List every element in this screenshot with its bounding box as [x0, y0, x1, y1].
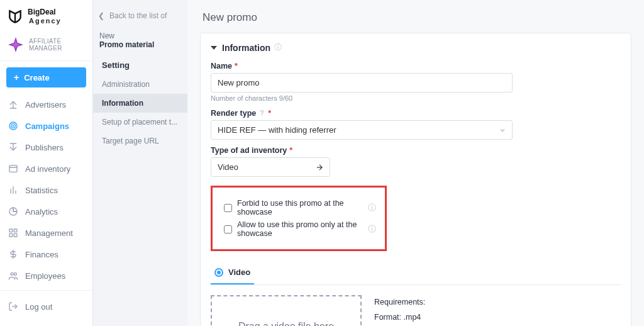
sidebar-item-management[interactable]: Management	[0, 222, 92, 244]
logout-link[interactable]: Log out	[0, 295, 92, 318]
dollar-icon	[8, 249, 19, 260]
chevron-left-icon: ❮	[98, 11, 104, 20]
plus-icon: +	[14, 72, 19, 82]
back-link[interactable]: ❮ Back to the list of	[93, 5, 187, 31]
svg-rect-13	[14, 229, 17, 232]
ad-inventory-select[interactable]: Video	[211, 157, 330, 177]
svg-marker-1	[11, 40, 20, 49]
info-icon: ⓘ	[368, 203, 376, 213]
sidebar-item-advertisers[interactable]: Advertisers	[0, 94, 92, 115]
forbid-checkbox[interactable]	[224, 204, 232, 212]
context-new-label: New	[93, 31, 187, 40]
help-icon: ？	[258, 108, 265, 118]
name-input[interactable]	[211, 73, 513, 93]
info-icon: ⓘ	[368, 224, 376, 235]
arrow-right-icon	[315, 163, 324, 172]
sidebar-item-label: Advertisers	[25, 100, 66, 110]
sidebar-item-label: Publishers	[25, 143, 64, 152]
grid-icon	[8, 227, 19, 239]
field-name: Name * Number of characters 9/60	[211, 62, 621, 102]
bars-icon	[8, 184, 19, 196]
info-icon: ⓘ	[274, 42, 282, 53]
allow-checkbox[interactable]	[224, 225, 232, 233]
primary-sidebar: BigDeal Agency AFFILIATE MANAGER + Creat…	[0, 0, 93, 326]
dropzone-label: Drag a video file here	[238, 321, 334, 326]
users-icon	[8, 270, 19, 281]
allow-checkbox-row[interactable]: Allow to use this promo only at the show…	[221, 220, 376, 238]
svg-rect-14	[14, 233, 17, 237]
create-button-label: Create	[24, 73, 49, 82]
render-type-select[interactable]: HIDE REF — with hiding referrer	[211, 120, 513, 140]
sidebar-item-analytics[interactable]: Analytics	[0, 201, 92, 222]
setting-item-information[interactable]: Information	[93, 94, 187, 113]
back-label: Back to the list of	[109, 11, 167, 20]
forbid-label: Forbid to use this promo at the showcase	[237, 199, 364, 216]
sidebar-item-statistics[interactable]: Statistics	[0, 179, 92, 201]
svg-point-5	[13, 125, 13, 126]
sidebar-item-label: Management	[25, 228, 73, 238]
brand-line1: BigDeal	[28, 8, 56, 16]
requirements-list: Requirements: Format: .mp4 Size: exact 6…	[374, 295, 481, 326]
role-label: AFFILIATE MANAGER	[29, 38, 86, 52]
video-dropzone[interactable]: Drag a video file here	[211, 295, 362, 326]
form-panel: Information ⓘ Name * Number of character…	[200, 33, 631, 326]
render-type-label: Render type	[211, 109, 256, 118]
field-ad-inventory: Type of ad inventory * Video	[211, 146, 621, 177]
sidebar-item-finances[interactable]: Finances	[0, 244, 92, 265]
target-icon	[8, 120, 19, 132]
sidebar-item-ad-inventory[interactable]: Ad inventory	[0, 158, 92, 179]
context-record-name: Promo material	[93, 40, 187, 49]
tab-video-label: Video	[228, 267, 250, 277]
media-row: Drag a video file here Requirements: For…	[211, 295, 621, 326]
requirements-format: Format: .mp4	[374, 310, 481, 325]
brand-logo-icon	[6, 8, 24, 25]
radio-icon	[214, 268, 223, 277]
name-hint: Number of characters 9/60	[211, 94, 621, 102]
brand-name: BigDeal Agency	[28, 8, 62, 24]
brand-line2: Agency	[29, 17, 62, 25]
setting-item-target-page-url[interactable]: Target page URL	[93, 132, 187, 150]
nav-divider	[0, 290, 92, 291]
ad-inventory-value: Video	[218, 162, 238, 172]
ad-inventory-label: Type of ad inventory	[211, 146, 287, 155]
svg-point-18	[14, 273, 16, 275]
showcase-options-highlight: Forbid to use this promo at the showcase…	[211, 186, 387, 251]
logout-label: Log out	[25, 302, 52, 312]
collapse-caret-icon	[211, 46, 217, 50]
section-header-information[interactable]: Information ⓘ	[211, 37, 621, 55]
svg-point-17	[11, 273, 13, 275]
settings-heading: Setting	[93, 53, 187, 75]
setting-item-setup-of-placement-t-[interactable]: Setup of placement t...	[93, 113, 187, 132]
sidebar-item-label: Campaigns	[25, 121, 69, 131]
allow-label: Allow to use this promo only at the show…	[237, 220, 364, 238]
render-type-value: HIDE REF — with hiding referrer	[218, 125, 336, 135]
window-icon	[8, 163, 19, 174]
page-title: New promo	[203, 11, 631, 24]
logout-icon	[8, 301, 19, 312]
requirements-title: Requirements:	[374, 295, 481, 310]
svg-rect-7	[9, 166, 17, 172]
sidebar-item-label: Finances	[25, 250, 58, 259]
sidebar-item-label: Employees	[25, 271, 65, 281]
sidebar-item-publishers[interactable]: Publishers	[0, 137, 92, 158]
create-button[interactable]: + Create	[6, 67, 86, 87]
secondary-sidebar: ❮ Back to the list of New Promo material…	[93, 0, 187, 326]
field-render-type: Render type ？ * HIDE REF — with hiding r…	[211, 108, 621, 140]
svg-rect-12	[9, 229, 13, 232]
sidebar-item-label: Analytics	[25, 207, 58, 216]
brand: BigDeal Agency	[0, 0, 92, 31]
settings-sublist: Setting AdministrationInformationSetup o…	[93, 53, 187, 150]
section-title: Information	[222, 43, 270, 53]
sidebar-item-label: Ad inventory	[25, 164, 70, 174]
sidebar-item-campaigns[interactable]: Campaigns	[0, 115, 92, 137]
pie-icon	[8, 206, 19, 217]
required-marker: *	[235, 62, 238, 70]
media-tabs: Video	[211, 262, 621, 285]
user-role-row: AFFILIATE MANAGER	[0, 31, 92, 61]
required-marker: *	[268, 109, 271, 118]
forbid-checkbox-row[interactable]: Forbid to use this promo at the showcase…	[221, 199, 376, 216]
tab-video[interactable]: Video	[211, 262, 254, 284]
setting-item-administration[interactable]: Administration	[93, 75, 187, 94]
upload-icon	[8, 99, 19, 110]
sidebar-item-employees[interactable]: Employees	[0, 265, 92, 286]
